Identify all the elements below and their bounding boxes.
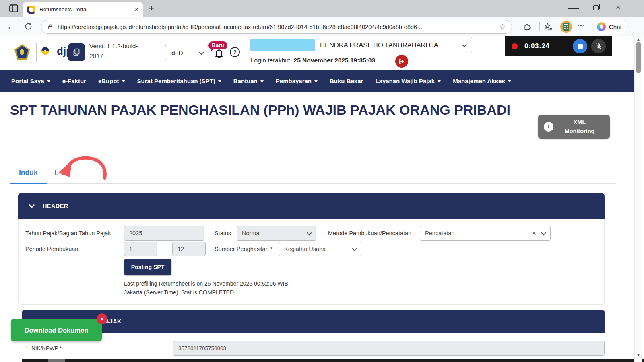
nav-e-faktur[interactable]: e-Faktur — [62, 78, 86, 84]
tabs-divider — [10, 183, 616, 184]
metode-select[interactable]: Pencatatan × — [420, 226, 551, 241]
page-title: SPT TAHUNAN PAJAK PENGHASILAN (PPh) WAJI… — [10, 100, 517, 120]
url-text: https://coretaxdjp.pajak.go.id/returnshe… — [58, 24, 495, 30]
caret-down-icon — [47, 80, 50, 82]
clear-icon[interactable]: × — [532, 229, 536, 238]
chevron-down-icon — [541, 230, 546, 235]
sumber-penghasilan-select[interactable]: Kegiatan Usaha — [279, 242, 361, 256]
portal-navbar: Portal Saya e-Faktur eBupot Surat Pember… — [0, 70, 634, 92]
recording-indicator-dot — [512, 43, 518, 49]
download-dokumen-button[interactable]: Download Dokumen — [11, 319, 102, 341]
chevron-down-icon — [307, 230, 312, 235]
bookmark-star-icon[interactable]: ☆ — [499, 22, 506, 31]
favorites-icon[interactable] — [544, 22, 553, 31]
nav-spt[interactable]: Surat Pemberitahuan (SPT) — [137, 78, 221, 84]
back-button[interactable]: ← — [6, 21, 16, 32]
periode-from-input[interactable]: 1 — [124, 242, 157, 256]
hand-drawn-arrow-annotation — [56, 154, 112, 182]
status-select[interactable]: Normal — [237, 226, 316, 241]
copilot-icon — [597, 22, 606, 31]
bottom-scrollbar-thumb[interactable] — [48, 359, 65, 362]
new-feature-badge: Baru — [208, 41, 227, 49]
nav-ebupot[interactable]: eBupot — [98, 78, 125, 84]
chevron-down-icon — [199, 49, 204, 55]
metode-label: Metode Pembukuan/Pencatatan — [328, 230, 411, 237]
window-restore-button[interactable] — [593, 5, 599, 10]
toolbar-divider — [539, 22, 540, 31]
nav-layanan-wajib-pajak[interactable]: Layanan Wajib Pajak — [375, 78, 441, 84]
returnsheets-app-icon[interactable] — [68, 43, 85, 61]
nik-npwp-input[interactable]: 3578011705750003 — [173, 341, 605, 356]
caret-down-icon — [508, 80, 511, 82]
window-close-button[interactable]: × — [616, 3, 620, 12]
chevron-down-icon — [29, 202, 35, 208]
tab-induk[interactable]: Induk — [19, 169, 38, 177]
coretax-favicon — [27, 6, 35, 14]
new-tab-button[interactable]: + — [149, 3, 154, 14]
tahun-pajak-label: Tahun Pajak/Bagian Tahun Pajak — [25, 230, 111, 237]
nav-pembayaran[interactable]: Pembayaran — [276, 78, 318, 84]
user-name: HENDRA PRASETIO TANURAHARDJA — [320, 41, 459, 49]
bottom-scrollbar-track[interactable] — [22, 359, 644, 362]
scrollbar-up-arrow[interactable]: ▲ — [634, 37, 642, 42]
copilot-chat-button[interactable]: Chat — [593, 19, 627, 34]
sumber-penghasilan-label: Sumber Penghasilan * — [215, 246, 272, 252]
nik-npwp-label: 1. NIK/NPWP * — [25, 345, 62, 351]
xml-monitoring-button[interactable]: i XML Monitoring — [538, 115, 610, 139]
header-section-title: HEADER — [43, 203, 68, 209]
lock-icon — [47, 24, 53, 30]
recording-timer: 0:03:24 — [524, 42, 549, 50]
status-label: Status — [215, 230, 231, 237]
identitas-section-bar[interactable]: IDENTITAS WAJIB PAJAK — [22, 310, 605, 333]
stop-recording-button[interactable] — [573, 39, 587, 53]
browser-menu-icon[interactable]: ··· — [577, 21, 586, 30]
chevron-down-icon — [352, 246, 357, 251]
language-select[interactable]: id-ID — [165, 45, 208, 60]
last-login-label: Login terakhir: — [251, 57, 290, 64]
calculator-glyph — [563, 23, 569, 31]
browser-tab[interactable]: Returnsheets Portal × — [23, 2, 143, 17]
window-minimize-button[interactable] — [568, 8, 579, 9]
caret-down-icon — [122, 80, 125, 82]
xml-monitoring-label: XML Monitoring — [553, 118, 606, 136]
chevron-down-icon — [462, 42, 467, 47]
stop-icon — [578, 44, 583, 49]
caret-down-icon — [438, 80, 441, 82]
logo-divider — [36, 43, 37, 62]
caret-down-icon — [314, 80, 318, 82]
user-account-dropdown[interactable]: HENDRA PRASETIO TANURAHARDJA — [248, 37, 472, 53]
header-section-bar[interactable]: HEADER — [18, 193, 605, 219]
recording-overlay: 0:03:24 — [505, 36, 612, 56]
calculator-extension-icon[interactable] — [560, 21, 572, 33]
version-label: Versi: — [89, 43, 105, 49]
prefill-status-line1: Last prefilling Returnsheet is on 26 Nov… — [124, 280, 290, 287]
nav-portal-saya[interactable]: Portal Saya — [11, 78, 50, 84]
posting-spt-button[interactable]: Posting SPT — [124, 259, 171, 275]
scrollbar-thumb[interactable] — [636, 42, 641, 73]
tab-list-icon[interactable] — [8, 3, 19, 14]
extensions-icon[interactable] — [523, 22, 532, 31]
scrollbar-track[interactable] — [634, 36, 642, 362]
mic-muted-button[interactable] — [591, 39, 606, 53]
nav-manajemen-akses[interactable]: Manajemen Akses — [453, 78, 511, 84]
nav-buku-besar[interactable]: Buku Besar — [330, 78, 363, 84]
tab-title: Returnsheets Portal — [39, 6, 132, 12]
nav-bantuan[interactable]: Bantuan — [233, 78, 264, 84]
language-value: id-ID — [170, 49, 183, 56]
active-tab-underline — [10, 183, 47, 184]
help-icon[interactable]: ? — [230, 47, 240, 57]
screen: Returnsheets Portal × + × ← https://core… — [0, 0, 644, 362]
tab-close-icon[interactable]: × — [135, 6, 138, 13]
scrollbar-down-arrow[interactable]: ▼ — [634, 352, 642, 357]
last-login-time: 25 November 2025 19:35:03 — [294, 57, 376, 64]
periode-label: Periode Pembukuan — [25, 246, 78, 252]
logout-button[interactable] — [395, 55, 408, 68]
close-badge-icon[interactable]: × — [97, 313, 107, 324]
periode-to-input[interactable]: 12 — [172, 242, 206, 256]
tahun-pajak-input[interactable]: 2025 — [124, 226, 204, 241]
prefill-status-line2: Jakarta (Server Time). Status COMPLETED — [124, 289, 234, 296]
version-info: Versi: 1.1.2-build-2017 — [89, 41, 144, 61]
address-bar[interactable]: https://coretaxdjp.pajak.go.id/returnshe… — [41, 20, 512, 34]
last-login-info: Login terakhir: 25 November 2025 19:35:0… — [251, 57, 375, 64]
refresh-button[interactable] — [24, 22, 33, 31]
